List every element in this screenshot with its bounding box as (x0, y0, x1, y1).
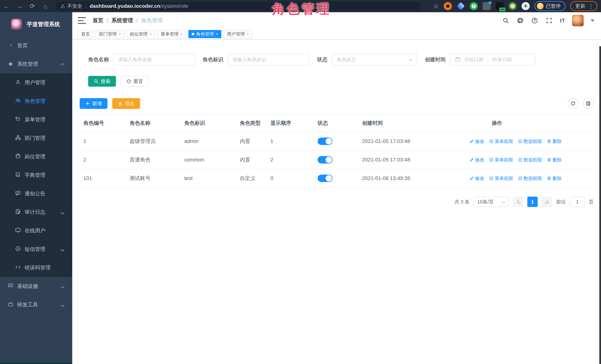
close-icon[interactable]: × (180, 32, 183, 37)
forward-icon[interactable]: → (13, 3, 26, 10)
bottom-edge-strip (0, 363, 72, 364)
shield-badge: 7 (473, 4, 475, 9)
avatar[interactable] (572, 15, 584, 26)
avatar-caret-icon[interactable] (591, 20, 594, 23)
col-operations: 操作 (466, 114, 594, 132)
edit-link[interactable]: 修改 (470, 157, 484, 163)
sidebar-item-error-codes[interactable]: 错误码管理 (0, 258, 72, 277)
reset-button[interactable]: 重置 (121, 76, 149, 87)
status-toggle[interactable] (318, 175, 332, 182)
extension-grid-icon[interactable] (483, 2, 491, 10)
search-icon[interactable] (502, 17, 510, 24)
tag-roles-active[interactable]: 角色管理 × (188, 30, 221, 38)
extension-shield-icon[interactable]: 7 (470, 2, 478, 10)
profile-paused-badge[interactable]: 已暂停 (534, 1, 565, 11)
delete-link[interactable]: 删除 (547, 138, 562, 144)
font-size-icon[interactable]: tT (560, 17, 565, 24)
menu-permission-link[interactable]: 菜单权限 (489, 175, 513, 181)
sidebar-item-dict[interactable]: 字典管理 (0, 166, 72, 184)
export-button[interactable]: 导出 (112, 98, 140, 109)
menu-permission-link[interactable]: 菜单权限 (489, 157, 513, 163)
status-select[interactable]: 角色状态 (332, 54, 417, 66)
screen: ← → ⟳ ⌂ ⚠ 不安全 dashboard.yudao.iocoder.cn… (0, 0, 601, 364)
data-permission-link[interactable]: 数据权限 (518, 138, 542, 144)
close-icon[interactable]: × (150, 32, 152, 37)
status-toggle[interactable] (318, 138, 332, 145)
sidebar-item-home[interactable]: ◔ 首页 (0, 36, 72, 55)
delete-label: 删除 (552, 175, 562, 181)
extensions-pin-icon[interactable]: ✚ (521, 2, 530, 10)
sidebar-item-users[interactable]: 用户管理 (0, 73, 72, 92)
tag-posts[interactable]: 岗位管理 × (127, 30, 155, 38)
cell-role-name: 测试账号 (126, 169, 180, 187)
search-button[interactable]: 搜索 (88, 76, 116, 87)
breadcrumb-system[interactable]: 系统管理 (111, 17, 133, 24)
cell-role-name: 超级管理员 (126, 132, 180, 150)
breadcrumb: 首页 / 系统管理 / 角色管理 (93, 17, 163, 24)
chrome-update-button[interactable]: 更新 ⋮ (570, 1, 597, 11)
reload-icon[interactable]: ⟳ (26, 2, 39, 10)
tag-departments[interactable]: 部门管理 × (96, 30, 124, 38)
role-name-input[interactable] (118, 57, 190, 63)
edit-link[interactable]: 修改 (470, 138, 484, 144)
security-warning-label: 不安全 (67, 3, 82, 10)
tag-users[interactable]: 用户管理 × (224, 30, 252, 38)
start-date-placeholder[interactable]: 开始日期 (464, 57, 483, 63)
sidebar-item-departments[interactable]: 部门管理 (0, 129, 72, 147)
sidebar-item-sms[interactable]: 短信管理 (0, 240, 72, 258)
help-icon[interactable] (531, 17, 538, 24)
tag-home[interactable]: 首页 (78, 30, 93, 38)
sidebar-collapse-icon[interactable] (78, 17, 86, 24)
chrome-menu-icon[interactable]: ⋮ (588, 3, 594, 10)
goto-page-input[interactable] (570, 197, 585, 207)
sidebar-item-label: 首页 (17, 42, 28, 49)
page-size-select[interactable]: 10条/页 (474, 197, 509, 207)
fullscreen-icon[interactable] (545, 17, 553, 24)
delete-link[interactable]: 删除 (547, 175, 562, 181)
edit-link[interactable]: 修改 (470, 175, 484, 181)
refresh-table-button[interactable] (568, 98, 578, 109)
home-icon[interactable]: ⌂ (39, 3, 52, 10)
tag-menus[interactable]: 菜单管理 × (157, 30, 186, 38)
extension-switch-icon[interactable]: on (496, 2, 504, 10)
delete-link[interactable]: 删除 (547, 157, 562, 163)
back-icon[interactable]: ← (0, 3, 13, 10)
extension-aperture-icon[interactable] (444, 2, 452, 10)
address-bar[interactable]: ⚠ 不安全 dashboard.yudao.iocoder.cn /system… (55, 2, 421, 10)
sidebar-item-roles[interactable]: 角色管理 (0, 92, 72, 110)
calendar-icon (455, 57, 461, 63)
role-key-input[interactable] (233, 57, 304, 63)
data-permission-link[interactable]: 数据权限 (518, 175, 542, 181)
close-icon[interactable]: × (247, 32, 249, 37)
sidebar-item-menus[interactable]: 菜单管理 (0, 110, 72, 129)
close-icon[interactable]: × (119, 32, 121, 37)
close-icon[interactable]: × (216, 32, 218, 37)
sidebar-item-online-users[interactable]: 在线用户 (0, 221, 72, 240)
sidebar-item-devtools[interactable]: 研发工具 (0, 295, 72, 314)
add-button[interactable]: 新增 (80, 98, 107, 109)
col-created: 创建时间 (358, 114, 466, 132)
sidebar-item-posts[interactable]: 岗位管理 (0, 147, 72, 166)
github-icon[interactable] (517, 17, 524, 24)
prev-page-button[interactable] (513, 197, 523, 207)
sidebar-item-infrastructure[interactable]: 基础设施 (0, 277, 72, 295)
sidebar-item-announcements[interactable]: 通知公告 (0, 184, 72, 203)
status-toggle[interactable] (318, 156, 332, 164)
bookmark-star-icon[interactable]: ☆ (433, 2, 439, 10)
column-settings-button[interactable] (583, 98, 594, 109)
active-dot (192, 33, 194, 35)
security-warning-icon: ⚠ (60, 3, 65, 9)
date-range-picker[interactable]: 开始日期 - 结束日期 (450, 54, 535, 66)
sidebar-item-system[interactable]: ✱ 系统管理 (0, 55, 72, 73)
extension-gem-icon[interactable] (457, 2, 465, 10)
extension-monkey-icon[interactable] (509, 2, 517, 10)
sidebar-item-audit-log[interactable]: 审计日志 (0, 203, 72, 221)
data-permission-link[interactable]: 数据权限 (518, 157, 542, 163)
breadcrumb-home[interactable]: 首页 (93, 17, 103, 24)
current-page-button[interactable]: 1 (527, 197, 538, 207)
menu-permission-link[interactable]: 菜单权限 (489, 138, 513, 144)
app-logo-row[interactable]: 芋道管理系统 (0, 12, 72, 36)
end-date-placeholder[interactable]: 结束日期 (492, 57, 512, 63)
pin-glyph: ✚ (524, 3, 528, 9)
next-page-button[interactable] (542, 197, 552, 207)
